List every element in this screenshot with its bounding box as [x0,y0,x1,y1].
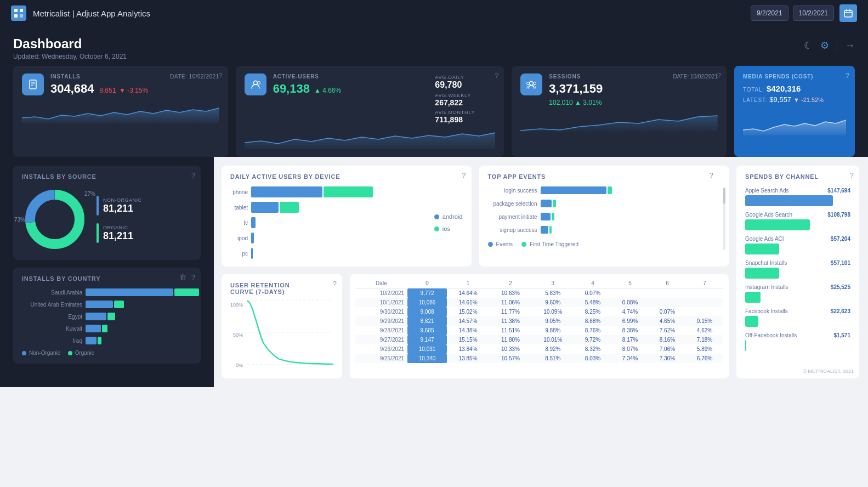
top-app-events-title: TOP APP EVENTS [488,173,721,180]
table-cell: 7.34% [611,354,649,363]
right-spends-panel: ? SPENDS BY CHANNEL Apple Search Ads $14… [736,157,868,387]
table-cell: 4.65% [649,316,686,326]
country-saudi: Saudi Arabia [22,288,192,296]
question-icon-spends[interactable]: ? [846,71,849,80]
y-50: 50% [233,332,243,338]
table-cell [686,298,723,307]
question-icon-channels[interactable]: ? [850,171,854,179]
first-time-legend: First Time Triggered [530,241,578,247]
installs-date: DATE: 10/02/2021 [170,73,219,80]
table-cell: 0.08% [611,298,649,307]
sessions-date: DATE: 10/02/2021 [673,73,718,80]
table-cell: 6.99% [611,316,649,326]
table-cell: 9.05% [532,316,574,326]
table-cell [686,288,723,298]
table-cell: 10.63% [489,288,531,298]
non-organic-val: 81,211 [103,203,142,214]
top-app-events-card: ? TOP APP EVENTS login success package s [479,166,729,267]
installs-change: 9,651 ▼ -3.15% [100,87,149,94]
table-cell: 9,685 [407,326,447,335]
date-end[interactable]: 10/2/2021 [793,5,834,21]
table-cell: 9/26/2021 [355,344,407,354]
table-cell: 10,340 [407,354,447,363]
sessions-icon [520,73,542,95]
table-cell: 5.89% [686,344,723,354]
svg-rect-1 [20,9,23,12]
installs-label: INSTALLS [50,73,81,80]
table-cell: 11.51% [489,326,531,335]
table-cell [686,307,723,316]
question-icon-source[interactable]: ? [191,171,195,179]
media-spends-card: ? MEDIA SPENDS (COST) TOTAL: $420,316 LA… [734,66,855,157]
table-cell: 9/28/2021 [355,326,407,335]
media-spends-label: MEDIA SPENDS (COST) [743,73,846,80]
question-icon-installs[interactable]: ? [218,71,222,80]
calendar-icon [843,8,853,18]
table-cell: 8.07% [611,344,649,354]
svg-rect-3 [20,14,23,18]
question-icon-sessions[interactable]: ? [717,71,721,80]
table-cell: 13.84% [447,344,489,354]
avg-monthly-label: AVG.MONTHLY [435,110,495,115]
installs-card: ? INSTALLS DATE: 10/02/2021 304,684 9,65… [13,66,228,157]
table-cell: 8.16% [649,335,686,344]
settings-icon[interactable]: ⚙ [820,39,829,52]
date-range[interactable]: 9/2/2021 10/2/2021 [751,5,834,21]
table-cell: 4.74% [611,307,649,316]
table-cell: 10/2/2021 [355,288,407,298]
moon-icon[interactable]: ☾ [804,39,813,52]
delete-icon-country[interactable]: 🗑 [179,273,186,281]
android-legend: android [442,213,463,220]
logout-icon[interactable]: → [845,40,855,52]
table-cell: 8.68% [574,316,611,326]
installs-by-source-title: INSTALLS BY SOURCE [22,173,192,180]
question-icon-users[interactable]: ? [495,71,498,80]
country-egypt: Egypt [22,313,192,320]
table-cell: 9,008 [407,307,447,316]
table-cell: 9.88% [532,326,574,335]
table-cell: 5.83% [532,288,574,298]
question-icon-dau[interactable]: ? [462,171,466,179]
table-cell: 11.80% [489,335,531,344]
ios-legend: ios [442,225,450,232]
table-cell: 7.06% [649,344,686,354]
question-icon-retention[interactable]: ? [333,280,337,288]
avg-weekly-label: AVG.WEEKLY [435,93,495,98]
table-cell: 10.01% [532,335,574,344]
calendar-button[interactable] [839,4,857,22]
country-iraq: Iraq [22,337,192,344]
table-cell: 14.57% [447,316,489,326]
left-dark-panel: ? INSTALLS BY SOURCE 73% 27% [0,157,214,387]
retention-table-card: Date 0 1 2 3 4 5 6 7 10/2/20219,77214.64… [350,274,729,378]
table-cell: 8.03% [574,354,611,363]
table-cell: 8.92% [532,344,574,354]
avg-daily-label: AVG.DAILY [435,75,495,80]
question-icon-country[interactable]: ? [191,273,195,281]
avg-weekly-val: 267,822 [435,98,495,107]
dau-title: DAILY ACTIVE USERS BY DEVICE [230,173,463,180]
table-cell: 0.15% [686,316,723,326]
daily-active-users-card: ? DAILY ACTIVE USERS BY DEVICE phone [222,166,472,267]
table-cell: 13.85% [447,354,489,363]
table-cell: 15.02% [447,307,489,316]
legend-non-organic: Non-Organic [29,350,60,356]
table-cell: 14.38% [447,326,489,335]
latest-value: $9,557 [769,95,791,104]
active-users-value: 69,138 [273,82,310,96]
dashboard-title: Dashboard [13,36,127,52]
sessions-chart [520,111,718,133]
table-cell: 6.76% [686,354,723,363]
table-cell: 8.51% [532,354,574,363]
active-users-icon [245,73,266,95]
sessions-card: ? SESSIONS DATE: 10/02/2021 3,371,159 [512,66,727,157]
table-cell: 14.64% [447,288,489,298]
events-legend: Events [496,241,513,247]
table-cell [649,288,686,298]
question-icon-events[interactable]: ? [710,171,713,179]
total-value: $420,316 [767,84,801,93]
installs-chart [22,101,219,123]
scrollbar-thumb[interactable] [723,188,725,204]
svg-rect-8 [30,80,36,89]
date-start[interactable]: 9/2/2021 [751,5,788,21]
header: Metricalist | Adjust App Analytics 9/2/2… [0,0,868,26]
